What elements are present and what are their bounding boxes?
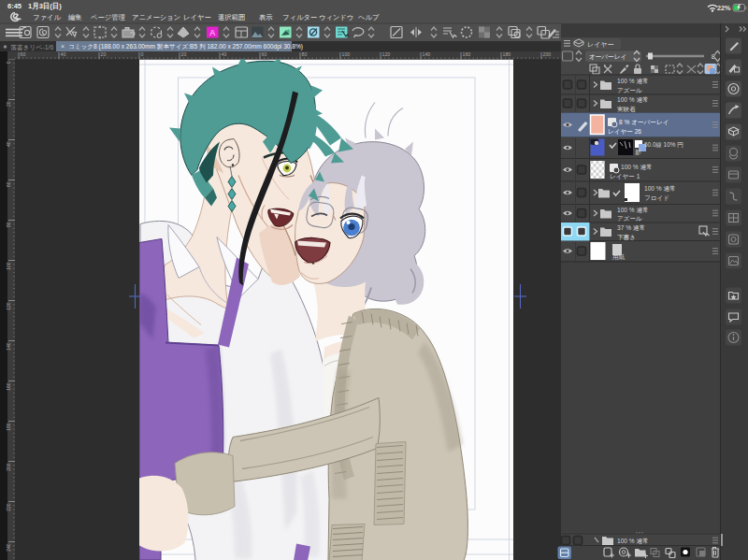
svg-text:40: 40	[222, 51, 227, 57]
svg-text:20: 20	[6, 101, 11, 107]
svg-text:アズール: アズール	[617, 87, 642, 93]
svg-text:落書きリベ-1/6: 落書きリベ-1/6	[10, 44, 53, 51]
svg-text:コミック8 (188.00 x 263.00mm 製本サイズ: コミック8 (188.00 x 263.00mm 製本サイズ:B5 判 182.…	[68, 43, 303, 50]
svg-text:100: 100	[6, 262, 11, 270]
svg-text:レイヤー: レイヤー	[183, 13, 211, 22]
svg-text:100 % 通常: 100 % 通常	[621, 164, 653, 170]
svg-text:100 % 通常: 100 % 通常	[617, 207, 649, 213]
svg-text:100 % 通常: 100 % 通常	[644, 185, 676, 192]
svg-text:ページ管理: ページ管理	[91, 13, 126, 22]
svg-text:200: 200	[6, 463, 11, 471]
svg-text:影: 影	[635, 149, 641, 155]
svg-text:8 % オーバーレイ: 8 % オーバーレイ	[619, 119, 669, 126]
svg-text:×: ×	[61, 43, 65, 50]
svg-text:240: 240	[6, 543, 11, 552]
svg-text:140: 140	[6, 342, 11, 351]
svg-text:レイヤー: レイヤー	[587, 41, 614, 48]
svg-text:選択範囲: 選択範囲	[218, 13, 245, 22]
svg-text:オーバーレイ: オーバーレイ	[589, 53, 626, 61]
svg-text:0: 0	[6, 61, 11, 64]
svg-text:100 % 通常: 100 % 通常	[617, 78, 649, 84]
svg-text:アニメーション: アニメーション	[132, 13, 180, 22]
svg-text:ウィンドウ: ウィンドウ	[319, 13, 353, 22]
svg-text:180: 180	[6, 423, 11, 431]
svg-text:120: 120	[6, 302, 11, 310]
svg-text:表示: 表示	[259, 13, 273, 22]
svg-text:フィルター: フィルター	[282, 13, 317, 22]
svg-text:アズール: アズール	[617, 215, 642, 222]
svg-text:6:45: 6:45	[7, 2, 22, 10]
svg-text:80: 80	[6, 222, 11, 227]
svg-text:フロイド: フロイド	[644, 194, 669, 201]
svg-text:220: 220	[6, 503, 11, 511]
svg-text:60.0線 10% 円: 60.0線 10% 円	[644, 141, 683, 148]
svg-text:22%: 22%	[717, 4, 731, 12]
svg-text:0: 0	[141, 51, 144, 57]
svg-text:160: 160	[6, 382, 11, 391]
svg-text:100: 100	[342, 51, 351, 57]
svg-text:140: 140	[423, 51, 431, 57]
svg-text:20: 20	[181, 51, 187, 57]
svg-text:200: 200	[543, 51, 552, 57]
svg-text:レイヤー 26: レイヤー 26	[608, 128, 641, 135]
svg-text:60: 60	[262, 51, 267, 57]
svg-text:80: 80	[302, 51, 308, 57]
svg-text:160: 160	[463, 51, 471, 57]
svg-text:A: A	[209, 28, 216, 37]
svg-text:37 % 通常: 37 % 通常	[617, 224, 645, 231]
svg-text:編集: 編集	[67, 13, 82, 22]
svg-text:100 % 通常: 100 % 通常	[617, 538, 649, 544]
svg-text:用紙: 用紙	[612, 253, 626, 261]
svg-text:180: 180	[503, 51, 511, 57]
svg-text:100 % 通常: 100 % 通常	[617, 96, 649, 103]
svg-text:40: 40	[6, 141, 11, 147]
svg-text:120: 120	[382, 51, 391, 57]
svg-text:40: 40	[61, 51, 66, 57]
svg-text:ヘルプ: ヘルプ	[358, 13, 380, 22]
svg-text:ファイル: ファイル	[33, 13, 61, 22]
svg-text:下書き: 下書き	[617, 234, 636, 241]
svg-text:1月3日(日): 1月3日(日)	[28, 2, 62, 10]
svg-text:20: 20	[101, 51, 107, 57]
svg-text:レイヤー 1: レイヤー 1	[610, 173, 640, 179]
svg-text:60: 60	[6, 181, 11, 187]
svg-text:実験着: 実験着	[617, 106, 636, 113]
svg-text:60: 60	[21, 51, 26, 57]
